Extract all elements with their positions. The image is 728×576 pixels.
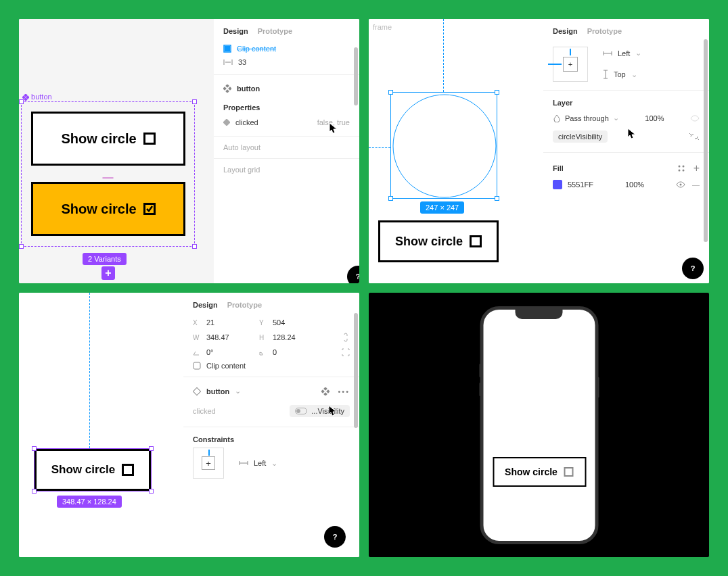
component-icon — [223, 85, 231, 93]
y-value[interactable]: 504 — [273, 318, 285, 327]
inspector: Design Prototype Clip content 33 button — [214, 19, 359, 283]
cursor-icon — [627, 128, 637, 140]
styles-icon[interactable] — [677, 164, 685, 172]
clip-content-icon — [223, 45, 231, 53]
more-actions-icon[interactable]: ••• — [338, 387, 350, 395]
tab-prototype[interactable]: Prototype — [258, 27, 292, 35]
variant-unchecked[interactable]: Show circle — [31, 112, 185, 166]
tab-design[interactable]: Design — [223, 27, 248, 35]
device-notch — [516, 310, 563, 319]
svg-point-11 — [393, 95, 496, 197]
svg-rect-21 — [321, 389, 325, 393]
scrollbar[interactable] — [354, 39, 358, 279]
properties-heading: Properties — [223, 102, 350, 116]
constraint-h[interactable]: Left⌄ — [239, 456, 277, 471]
figma-panel-variants: button Show circle — Show circle — [19, 19, 359, 283]
svg-rect-5 — [225, 46, 230, 51]
instance-icon — [193, 387, 201, 395]
add-variant-button[interactable]: + — [101, 266, 115, 280]
component-name: button — [237, 85, 260, 93]
remove-fill-button[interactable]: — — [692, 181, 700, 189]
component-icon[interactable] — [321, 387, 329, 395]
constraint-v[interactable]: Top⌄ — [603, 67, 641, 82]
instance-selection[interactable]: Show circle — [34, 448, 152, 491]
gap-value[interactable]: 33 — [238, 58, 246, 66]
constraints-widget[interactable]: + — [193, 448, 224, 479]
variable-chip[interactable]: circleVisibility — [553, 130, 608, 143]
svg-rect-10 — [223, 119, 230, 126]
clip-content-toggle[interactable]: Clip content — [206, 362, 246, 370]
checkbox-empty-icon — [143, 133, 156, 145]
guide-horizontal — [369, 147, 390, 148]
w-value[interactable]: 348.47 — [206, 333, 254, 341]
variants-count-badge: 2 Variants — [83, 253, 127, 265]
canvas[interactable]: frame 247 × 247 Show circle — [369, 19, 543, 283]
rotation-value[interactable]: 0° — [206, 348, 254, 356]
canvas[interactable]: Show circle 348.47 × 128.24 — [19, 293, 183, 557]
svg-rect-20 — [324, 392, 328, 395]
add-fill-button[interactable]: + — [693, 162, 700, 174]
x-value[interactable]: 21 — [206, 318, 254, 327]
svg-rect-18 — [193, 387, 200, 395]
preview-button[interactable]: Show circle — [493, 457, 586, 487]
variant-checked[interactable]: Show circle — [31, 182, 185, 236]
button-label: Show circle — [395, 235, 463, 249]
guide-vertical — [443, 19, 444, 92]
blend-mode[interactable]: Pass through⌄ — [553, 114, 619, 122]
variant-label: Show circle — [61, 201, 136, 217]
checkbox-empty-icon — [122, 464, 134, 476]
property-name: clicked — [193, 407, 216, 415]
figma-panel-layer: frame 247 × 247 Show circle Design — [369, 19, 709, 283]
constraints-widget[interactable]: + — [553, 47, 588, 82]
radius-value[interactable]: 0 — [273, 348, 313, 356]
property-values[interactable]: false, true — [317, 118, 350, 126]
help-button[interactable]: ? — [347, 266, 359, 283]
tab-prototype[interactable]: Prototype — [227, 301, 262, 309]
visibility-icon[interactable] — [676, 181, 685, 188]
instance-name[interactable]: button — [206, 387, 229, 395]
button-instance[interactable]: Show circle — [378, 220, 499, 262]
svg-point-24 — [296, 409, 300, 413]
help-button[interactable]: ? — [682, 258, 704, 279]
tab-prototype[interactable]: Prototype — [587, 27, 622, 35]
layer-opacity[interactable]: 100% — [645, 114, 664, 122]
layout-grid-heading[interactable]: Layout grid — [223, 166, 260, 174]
button-label: Show circle — [505, 466, 558, 477]
svg-rect-9 — [228, 87, 231, 91]
scrollbar[interactable] — [354, 313, 358, 553]
fill-swatch[interactable] — [553, 180, 562, 189]
component-set[interactable]: Show circle — Show circle — [21, 101, 195, 247]
property-value[interactable]: ...Visibility — [290, 405, 350, 417]
tab-design[interactable]: Design — [553, 27, 578, 35]
svg-rect-19 — [324, 387, 328, 391]
fill-opacity[interactable]: 100% — [625, 181, 644, 189]
canvas[interactable]: button Show circle — Show circle — [19, 19, 214, 283]
device-side-button — [597, 377, 599, 398]
svg-point-15 — [682, 170, 684, 172]
svg-point-13 — [682, 166, 684, 168]
ellipse-selection[interactable] — [390, 92, 497, 199]
link-dimensions-icon[interactable] — [342, 332, 350, 343]
selection-size-badge: 348.47 × 128.24 — [57, 496, 122, 508]
selection-size-badge: 247 × 247 — [420, 201, 464, 214]
property-name[interactable]: clicked — [235, 118, 258, 126]
checkbox-checked-icon — [143, 203, 156, 215]
h-value[interactable]: 128.24 — [273, 333, 313, 341]
svg-rect-6 — [225, 85, 229, 88]
constraints-heading: Constraints — [193, 434, 350, 448]
detach-variable-icon[interactable] — [689, 132, 700, 141]
gap-icon — [223, 59, 233, 66]
auto-layout-heading[interactable]: Auto layout — [223, 143, 260, 151]
constraint-h[interactable]: Left⌄ — [603, 46, 641, 60]
frame-label: button — [22, 93, 52, 101]
independent-corners-icon[interactable] — [342, 348, 350, 356]
help-button[interactable]: ? — [324, 526, 346, 548]
button-label: Show circle — [51, 463, 115, 477]
visibility-icon[interactable] — [690, 115, 700, 122]
tab-design[interactable]: Design — [193, 301, 218, 309]
fill-hex[interactable]: 5551FF — [568, 181, 593, 189]
prototype-preview: Show circle — [369, 293, 709, 557]
scrollbar[interactable] — [704, 39, 708, 279]
checkbox-empty-icon — [470, 235, 482, 247]
inspector: Design Prototype X21Y504 W348.47 H128.24… — [183, 293, 359, 557]
